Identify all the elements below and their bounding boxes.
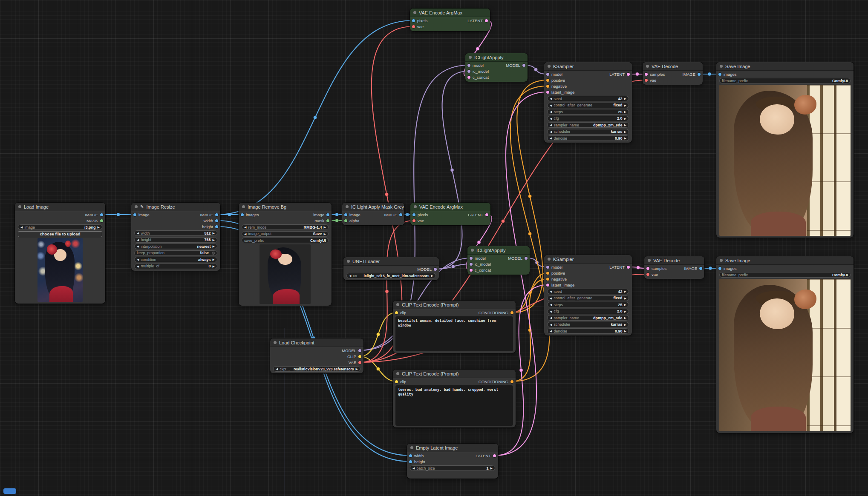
- input-slot-width[interactable]: width: [409, 453, 424, 459]
- node-load-image[interactable]: Load ImageIMAGEMASK◀imagei3.png▶choose f…: [15, 203, 105, 304]
- slot-dot[interactable]: [412, 25, 415, 28]
- slot-dot[interactable]: [133, 213, 136, 216]
- slot-dot[interactable]: [485, 19, 488, 22]
- input-slot-images[interactable]: images: [718, 265, 737, 271]
- slot-dot[interactable]: [358, 355, 361, 358]
- increment-arrow-icon[interactable]: ▶: [213, 232, 215, 235]
- widget-denoise[interactable]: ◀denoise0.90▶: [547, 328, 629, 334]
- input-slot-positive[interactable]: positive: [546, 77, 565, 83]
- node-clip-negative[interactable]: CLIP Text Encode (Prompt)clipCONDITIONIN…: [393, 370, 516, 427]
- slot-dot[interactable]: [698, 73, 701, 76]
- node-empty-latent[interactable]: Empty Latent ImagewidthheightLATENT◀batc…: [407, 444, 498, 479]
- slot-dot[interactable]: [100, 213, 103, 216]
- slot-dot[interactable]: [215, 213, 218, 216]
- slot-dot[interactable]: [344, 219, 347, 222]
- increment-arrow-icon[interactable]: ▶: [624, 330, 626, 333]
- increment-arrow-icon[interactable]: ▶: [356, 367, 358, 370]
- widget-condition[interactable]: ◀conditionalways▶: [134, 257, 217, 262]
- collapse-dot-icon[interactable]: [548, 65, 551, 68]
- slot-dot[interactable]: [409, 454, 412, 457]
- input-slot-model[interactable]: model: [546, 71, 562, 77]
- slot-dot[interactable]: [718, 267, 721, 270]
- output-slot-LATENT[interactable]: LATENT: [609, 264, 630, 270]
- output-slot-IMAGE[interactable]: IMAGE: [384, 212, 402, 218]
- increment-arrow-icon[interactable]: ▶: [98, 226, 100, 229]
- input-slot-vae[interactable]: vae: [645, 77, 656, 83]
- slot-dot[interactable]: [646, 267, 649, 270]
- node-header[interactable]: Save Image: [716, 256, 854, 265]
- slot-dot[interactable]: [395, 380, 398, 383]
- slot-dot[interactable]: [399, 213, 402, 216]
- slot-dot[interactable]: [326, 213, 329, 216]
- collapse-dot-icon[interactable]: [346, 205, 349, 208]
- node-vae-encode-mid[interactable]: VAE Encode ArgMaxpixelsvaeLATENT: [410, 203, 490, 225]
- slot-dot[interactable]: [215, 219, 218, 222]
- widget-width[interactable]: ◀width512▶: [134, 230, 217, 236]
- collapse-dot-icon[interactable]: [274, 341, 277, 344]
- node-save-top[interactable]: Save Imageimagesfilename_prefixComfyUI: [716, 62, 854, 238]
- slot-dot[interactable]: [510, 380, 513, 383]
- widget-unet_[interactable]: ◀unet_iclight_sd15_fc_unet_ldm.safetenso…: [346, 273, 436, 278]
- slot-dot[interactable]: [470, 257, 473, 260]
- increment-arrow-icon[interactable]: ▶: [624, 303, 626, 306]
- widget-batch_size[interactable]: ◀batch_size1▶: [410, 465, 495, 471]
- node-header[interactable]: VAE Decode: [643, 62, 703, 71]
- slot-dot[interactable]: [485, 213, 488, 216]
- widget-interpolation[interactable]: ◀interpolationnearest▶: [134, 244, 217, 249]
- slot-dot[interactable]: [412, 219, 415, 222]
- increment-arrow-icon[interactable]: ▶: [624, 117, 626, 120]
- slot-dot[interactable]: [241, 213, 244, 216]
- canvas-corner-chip[interactable]: [3, 488, 16, 494]
- collapse-dot-icon[interactable]: [469, 56, 472, 59]
- output-slot-MODEL[interactable]: MODEL: [508, 255, 528, 261]
- node-header[interactable]: KSampler: [544, 255, 632, 264]
- widget-control_after_generate[interactable]: ◀control_after_generatefixed▶: [547, 295, 629, 301]
- increment-arrow-icon[interactable]: ▶: [624, 123, 626, 126]
- slot-dot[interactable]: [718, 73, 721, 76]
- slot-dot[interactable]: [546, 284, 549, 287]
- decrement-arrow-icon[interactable]: ◀: [550, 104, 552, 107]
- node-ksampler-top[interactable]: KSamplermodelpositivenegativelatent_imag…: [544, 62, 632, 143]
- output-slot-LATENT[interactable]: LATENT: [468, 212, 488, 218]
- collapse-dot-icon[interactable]: [410, 446, 413, 449]
- slot-dot[interactable]: [546, 79, 549, 82]
- node-header[interactable]: Image Remove Bg: [239, 203, 332, 211]
- decrement-arrow-icon[interactable]: ◀: [276, 367, 278, 370]
- collapse-dot-icon[interactable]: [242, 205, 245, 208]
- slot-dot[interactable]: [525, 257, 528, 260]
- decrement-arrow-icon[interactable]: ◀: [137, 265, 139, 268]
- slot-dot[interactable]: [522, 64, 525, 67]
- slot-dot[interactable]: [215, 225, 218, 228]
- input-slot-model[interactable]: model: [546, 264, 562, 270]
- decrement-arrow-icon[interactable]: ◀: [20, 226, 23, 229]
- slot-dot[interactable]: [467, 70, 470, 73]
- decrement-arrow-icon[interactable]: ◀: [550, 303, 552, 306]
- node-header[interactable]: Load Image: [15, 203, 105, 211]
- slot-dot[interactable]: [493, 454, 496, 457]
- slot-dot[interactable]: [546, 272, 549, 275]
- widget-scheduler[interactable]: ◀schedulerkarras▶: [547, 322, 629, 327]
- node-header[interactable]: ICLightAppply: [467, 246, 530, 255]
- output-slot-MODEL[interactable]: MODEL: [417, 266, 437, 272]
- input-slot-clip[interactable]: clip: [395, 378, 406, 384]
- output-slot-image[interactable]: image: [313, 212, 329, 218]
- output-slot-mask[interactable]: mask: [314, 218, 329, 224]
- increment-arrow-icon[interactable]: ▶: [431, 274, 433, 277]
- output-slot-LATENT[interactable]: LATENT: [467, 17, 488, 23]
- collapse-dot-icon[interactable]: [18, 205, 21, 208]
- decrement-arrow-icon[interactable]: ◀: [550, 323, 552, 326]
- node-image-resize[interactable]: ✎Image ResizeimageIMAGEwidthheight◀width…: [131, 203, 220, 271]
- slot-dot[interactable]: [546, 73, 549, 76]
- decrement-arrow-icon[interactable]: ◀: [550, 117, 552, 120]
- input-slot-image[interactable]: image: [133, 212, 150, 218]
- slot-dot[interactable]: [546, 278, 549, 281]
- output-slot-LATENT[interactable]: LATENT: [476, 453, 496, 459]
- output-slot-IMAGE[interactable]: IMAGE: [85, 212, 103, 218]
- output-slot-height[interactable]: height: [202, 224, 218, 229]
- collapse-dot-icon[interactable]: [413, 11, 416, 14]
- increment-arrow-icon[interactable]: ▶: [324, 226, 326, 229]
- decrement-arrow-icon[interactable]: ◀: [550, 310, 552, 313]
- decrement-arrow-icon[interactable]: ◀: [137, 258, 139, 261]
- input-slot-vae[interactable]: vae: [412, 218, 424, 224]
- node-header[interactable]: VAE Encode ArgMax: [410, 9, 490, 17]
